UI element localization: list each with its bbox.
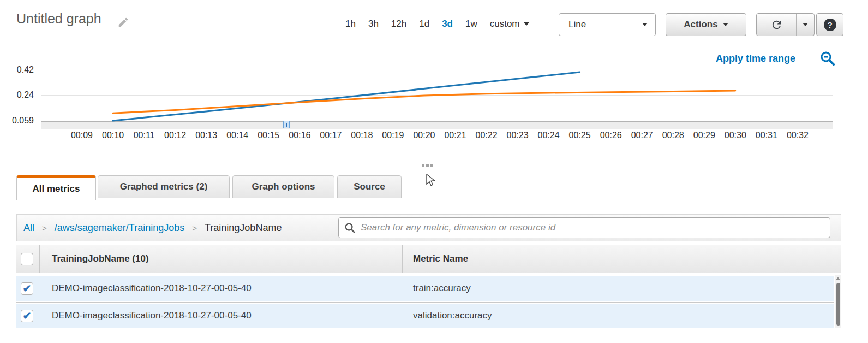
x-tick-label: 00:27	[625, 131, 660, 140]
x-tick-label: 00:25	[562, 131, 597, 140]
search-icon	[344, 222, 356, 234]
tab-label: All metrics	[33, 184, 80, 194]
row-checkbox-checked[interactable]: ✔	[21, 282, 33, 295]
breadcrumb-separator: >	[192, 223, 197, 233]
metric-name: validation:accuracy	[413, 310, 492, 321]
x-tick-label: 00:20	[406, 131, 441, 140]
x-tick-label: 00:14	[220, 131, 255, 140]
row-checkbox-checked[interactable]: ✔	[21, 310, 33, 322]
mouse-cursor-icon	[426, 174, 438, 188]
scrollbar-thumb[interactable]	[836, 283, 840, 326]
x-tick-label: 00:18	[344, 131, 379, 140]
column-header-trainingjobname[interactable]: TrainingJobName (10)	[52, 245, 149, 273]
x-tick-label: 00:21	[438, 131, 472, 140]
y-tick-label: 0.24	[0, 90, 34, 100]
breadcrumb-namespace-link[interactable]: /aws/sagemaker/TrainingJobs	[55, 222, 184, 234]
tab-graphed-metrics[interactable]: Graphed metrics (2)	[98, 175, 230, 198]
metric-search-box	[338, 217, 830, 238]
cloudwatch-graph-page: Untitled graph 1h 3h 12h 1d 3d 1w custom…	[0, 0, 868, 343]
x-tick-label: 00:23	[500, 131, 535, 140]
y-tick-label: 0.059	[0, 116, 34, 126]
x-tick-label: 00:10	[95, 131, 130, 140]
panel-divider	[0, 162, 868, 162]
table-row[interactable]: ✔ DEMO-imageclassification-2018-10-27-00…	[16, 276, 834, 301]
x-tick-label: 00:30	[718, 131, 753, 140]
tab-label: Source	[354, 181, 385, 192]
x-tick-label: 00:17	[313, 131, 348, 140]
resize-drag-handle-icon[interactable]	[422, 164, 433, 167]
tab-graph-options[interactable]: Graph options	[232, 175, 334, 198]
x-tick-label: 00:09	[64, 131, 99, 140]
tab-source[interactable]: Source	[337, 175, 402, 198]
metric-name: train:accuracy	[413, 283, 471, 294]
table-bottom-edge	[16, 328, 834, 328]
x-tick-label: 00:22	[469, 131, 504, 140]
scroll-up-arrow-icon[interactable]	[836, 277, 840, 280]
x-tick-label: 00:12	[158, 131, 193, 140]
x-tick-label: 00:11	[127, 131, 161, 140]
x-tick-label: 00:32	[780, 131, 815, 140]
breadcrumb-current: TrainingJobName	[205, 222, 282, 234]
x-tick-label: 00:28	[656, 131, 691, 140]
row-separator	[16, 302, 834, 303]
select-all-checkbox[interactable]: ✔	[21, 253, 33, 265]
search-input[interactable]	[361, 222, 824, 233]
gridline	[41, 95, 833, 96]
x-tick-label: 00:16	[282, 131, 317, 140]
x-tick-label: 00:26	[594, 131, 628, 140]
timeline-scrub-marker[interactable]	[283, 121, 290, 128]
training-job-name: DEMO-imageclassification-2018-10-27-00-0…	[52, 283, 252, 294]
y-tick-label: 0.42	[0, 65, 34, 75]
tab-label: Graph options	[252, 181, 315, 192]
table-header-row: ✔ TrainingJobName (10) Metric Name	[16, 245, 841, 273]
x-tick-label: 00:31	[749, 131, 784, 140]
table-scrollbar[interactable]	[835, 275, 841, 328]
tab-label: Graphed metrics (2)	[120, 181, 208, 192]
x-tick-label: 00:24	[531, 131, 566, 140]
breadcrumb-all-link[interactable]: All	[23, 222, 34, 234]
x-tick-label: 00:15	[251, 131, 286, 140]
x-tick-label: 00:13	[189, 131, 224, 140]
axis-band	[41, 122, 833, 129]
training-job-name: DEMO-imageclassification-2018-10-27-00-0…	[52, 310, 252, 321]
tab-all-metrics[interactable]: All metrics	[16, 175, 96, 200]
breadcrumb-separator: >	[42, 223, 47, 233]
x-tick-label: 00:29	[687, 131, 722, 140]
column-header-metric-name[interactable]: Metric Name	[413, 245, 468, 273]
x-tick-label: 00:19	[375, 131, 410, 140]
table-row[interactable]: ✔ DEMO-imageclassification-2018-10-27-00…	[16, 304, 834, 328]
gridline	[41, 70, 833, 70]
